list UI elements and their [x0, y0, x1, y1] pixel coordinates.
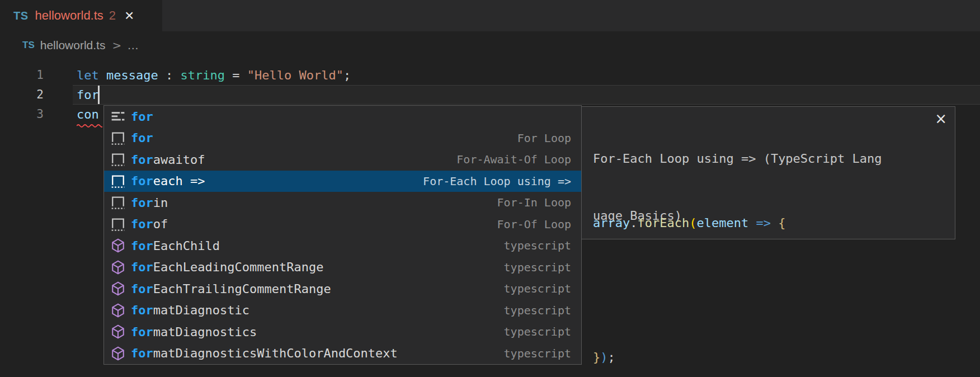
- suggestion-item-selected[interactable]: foreach => For-Each Loop using =>: [104, 171, 581, 192]
- code-token: ;: [343, 68, 351, 82]
- suggestion-detail: For-Of Loop: [486, 218, 571, 231]
- suggestion-detail: typescript: [493, 325, 571, 338]
- line-number-3: 3: [0, 105, 44, 124]
- suggestion-label: for: [131, 260, 153, 274]
- code-token: (: [689, 216, 696, 230]
- suggestion-label: for: [131, 282, 153, 296]
- code-token: "Hello World": [247, 68, 343, 82]
- suggestion-label: for: [131, 325, 153, 339]
- symbol-snippet-icon: [110, 216, 126, 233]
- code-token: =>: [756, 216, 771, 230]
- line-number-1: 1: [0, 65, 44, 85]
- code-token: con: [77, 107, 99, 121]
- suggestion-label: for: [131, 239, 153, 253]
- close-tab-icon[interactable]: ×: [125, 8, 134, 23]
- suggestion-detail: typescript: [493, 261, 571, 274]
- line-number-2: 2: [0, 85, 44, 105]
- code-token: let: [77, 68, 99, 82]
- code-token: [771, 216, 778, 230]
- tab-bar: TS helloworld.ts 2 ×: [0, 0, 980, 31]
- text-cursor: [98, 86, 100, 104]
- suggestion-item[interactable]: forEachChild typescript: [104, 235, 581, 257]
- suggest-widget: for for For Loop forawaitof For-Await-Of…: [103, 105, 582, 365]
- docs-code-snippet: array.forEach(element => { });: [593, 167, 785, 377]
- error-squiggle: [77, 122, 102, 128]
- breadcrumb-filename[interactable]: helloworld.ts: [40, 39, 106, 52]
- suggestion-detail: typescript: [493, 282, 571, 295]
- suggestion-detail: For-Await-Of Loop: [445, 153, 571, 166]
- code-token: string: [180, 68, 224, 82]
- symbol-method-icon: [110, 345, 126, 362]
- symbol-snippet-icon: [110, 151, 126, 168]
- suggestion-label: for: [131, 217, 153, 231]
- docs-code-line: });: [593, 346, 785, 369]
- symbol-snippet-icon: [110, 194, 126, 211]
- code-token: ;: [608, 350, 615, 364]
- suggestion-detail: typescript: [493, 347, 571, 360]
- suggestion-label: for: [131, 303, 153, 317]
- code-token: .: [630, 216, 637, 230]
- suggestion-item[interactable]: forawaitof For-Await-Of Loop: [104, 149, 581, 171]
- vscode-window: TS helloworld.ts 2 × TS helloworld.ts > …: [0, 0, 980, 377]
- code-token: ): [600, 350, 607, 364]
- suggestion-label: for: [131, 196, 153, 210]
- docs-code-line-empty: [593, 279, 785, 301]
- current-line-highlight: [73, 85, 980, 105]
- suggestion-item[interactable]: for For Loop: [104, 128, 581, 149]
- tab-problems-badge: 2: [109, 8, 116, 23]
- symbol-method-icon: [110, 280, 126, 297]
- symbol-method-icon: [110, 323, 126, 340]
- symbol-method-icon: [110, 259, 126, 276]
- code-line-2[interactable]: for: [77, 85, 99, 105]
- typescript-file-icon: TS: [22, 40, 35, 51]
- suggestion-detail: typescript: [493, 304, 571, 317]
- symbol-method-icon: [110, 302, 126, 319]
- code-token: array: [593, 216, 630, 230]
- typescript-file-icon: TS: [13, 10, 29, 22]
- suggestion-item[interactable]: formatDiagnostics typescript: [104, 321, 581, 343]
- suggestion-label: for: [131, 346, 153, 360]
- code-token: :: [158, 68, 181, 82]
- code-token: =: [225, 68, 247, 82]
- suggestion-detail: For-In Loop: [486, 196, 571, 209]
- tab-helloworld[interactable]: TS helloworld.ts 2 ×: [0, 0, 162, 31]
- suggestion-label: for: [131, 153, 153, 167]
- code-token: [748, 216, 756, 230]
- code-token: message: [106, 68, 158, 82]
- suggestion-item[interactable]: forin For-In Loop: [104, 192, 581, 214]
- breadcrumb: TS helloworld.ts > …: [22, 35, 139, 56]
- suggest-docs-panel: For-Each Loop using => (TypeScript Lang …: [581, 106, 955, 239]
- tab-filename: helloworld.ts: [35, 8, 103, 23]
- suggestion-item[interactable]: for: [104, 106, 581, 128]
- code-token: }: [593, 350, 600, 364]
- suggestion-item[interactable]: forof For-Of Loop: [104, 214, 581, 235]
- close-docs-icon[interactable]: ×: [935, 111, 947, 126]
- code-token: for: [77, 88, 99, 102]
- code-token: {: [778, 216, 785, 230]
- symbol-snippet-icon: [110, 173, 126, 190]
- code-line-1[interactable]: let message : string = "Hello World";: [77, 65, 351, 85]
- symbol-method-icon: [110, 237, 126, 254]
- suggestion-label: for: [131, 131, 153, 145]
- suggestion-label: for: [131, 110, 153, 124]
- code-token: element: [696, 216, 748, 230]
- symbol-keyword-icon: [110, 108, 126, 125]
- suggestion-item[interactable]: forEachTrailingCommentRange typescript: [104, 278, 581, 300]
- suggestion-item[interactable]: formatDiagnostic typescript: [104, 300, 581, 322]
- symbol-snippet-icon: [110, 130, 126, 147]
- suggestion-detail: For Loop: [506, 131, 571, 145]
- suggestion-item[interactable]: formatDiagnosticsWithColorAndContext typ…: [104, 343, 581, 365]
- suggestion-label: for: [131, 174, 153, 188]
- suggestion-detail: typescript: [493, 239, 571, 252]
- docs-code-line: array.forEach(element => {: [593, 212, 785, 234]
- suggestion-detail: For-Each Loop using =>: [412, 175, 571, 188]
- code-token: forEach: [637, 216, 689, 230]
- docs-title-line: For-Each Loop using => (TypeScript Lang: [593, 149, 929, 168]
- suggestion-item[interactable]: forEachLeadingCommentRange typescript: [104, 257, 581, 279]
- chevron-right-icon: >: [112, 39, 121, 52]
- code-line-3[interactable]: con: [77, 105, 99, 124]
- code-token: [99, 68, 106, 82]
- breadcrumb-ellipsis[interactable]: …: [127, 39, 139, 52]
